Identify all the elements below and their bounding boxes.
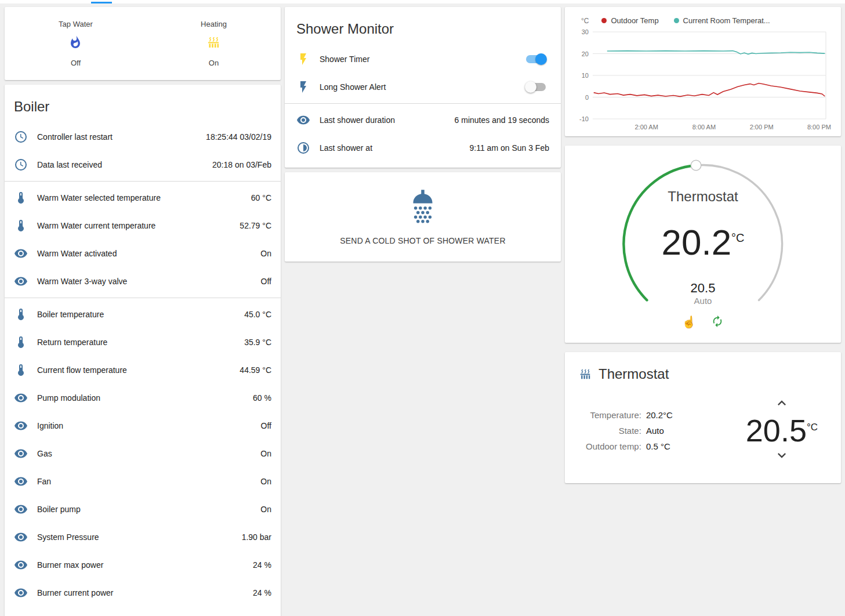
toggle-knob [525, 81, 536, 93]
hand-icon[interactable]: ☝ [682, 315, 697, 330]
last-shower-duration-row[interactable]: Last shower duration 6 minutes and 19 se… [285, 106, 561, 134]
entity-row[interactable]: Burner current power 24 % [5, 579, 281, 607]
entity-value: 24 % [253, 588, 271, 597]
entity-value: On [260, 449, 271, 458]
autorenew-icon[interactable] [711, 315, 724, 330]
thermostat-dial-card: Thermostat 20.2°C 20.5 Auto ☝ [565, 146, 841, 343]
entity-state: On [201, 59, 227, 67]
legend-dot [674, 18, 679, 23]
entity-row[interactable]: Ignition Off [5, 412, 281, 440]
entity-state: Off [59, 59, 93, 67]
entity-label: Warm Water 3-way valve [37, 277, 256, 286]
divider [285, 103, 561, 104]
attr-label: Outdoor temp: [586, 441, 641, 451]
entity-row[interactable]: Boiler pump On [5, 495, 281, 523]
last-shower-at-row[interactable]: Last shower at 9:11 am on Sun 3 Feb [285, 134, 561, 162]
decrease-temperature-button[interactable] [774, 455, 790, 465]
divider [5, 181, 281, 182]
attr-value: 20.2°C [646, 410, 673, 420]
svg-text:20: 20 [582, 50, 589, 57]
entity-row[interactable]: Fan On [5, 468, 281, 495]
entity-row[interactable]: Warm Water selected temperature 60 °C [5, 184, 281, 212]
eye-icon [14, 558, 28, 572]
attribute-label: Last shower at [320, 143, 465, 153]
dial-handle[interactable] [691, 160, 701, 171]
entity-label: Warm Water current temperature [37, 221, 235, 230]
shower-monitor-card: Shower Monitor Shower Timer Long Shower … [285, 7, 561, 168]
svg-text:8:00 PM: 8:00 PM [807, 124, 831, 131]
entity-label: Burner max power [37, 560, 248, 570]
cold-shot-button[interactable]: SEND A COLD SHOT OF SHOWER WATER [285, 172, 561, 262]
chart-legend: Outdoor TempCurrent Room Temperat... [601, 16, 770, 25]
entity-label: Pump modulation [37, 393, 248, 403]
thermometer-icon [14, 219, 28, 233]
thermostat-card-title: Thermostat [599, 366, 669, 382]
entity-row[interactable]: Burner max power 24 % [5, 551, 281, 579]
entity-value: 60 % [253, 393, 271, 403]
entity-value: 35.9 °C [244, 338, 271, 347]
increase-temperature-button[interactable] [774, 403, 790, 413]
eye-icon [14, 447, 28, 461]
entity-label: Fan [37, 477, 256, 486]
entity-row[interactable]: Warm Water activated On [5, 240, 281, 267]
app-header-edge [0, 0, 845, 3]
thermometer-icon [14, 307, 28, 321]
legend-dot [601, 18, 607, 23]
entity-row[interactable]: Return temperature 35.9 °C [5, 328, 281, 356]
eye-icon [14, 586, 28, 600]
glance-item-tap-water[interactable]: Tap Water Off [59, 20, 93, 67]
entity-value: On [260, 477, 271, 486]
entity-row[interactable]: Warm Water current temperature 52.79 °C [5, 212, 281, 240]
entity-row[interactable]: Controller last restart 18:25:44 03/02/1… [5, 123, 281, 151]
fire-icon [59, 35, 93, 52]
entity-row[interactable]: Current flow temperature 44.59 °C [5, 356, 281, 384]
long-shower-alert-toggle[interactable] [526, 83, 546, 91]
entity-row[interactable]: Warm Water 3-way valve Off [5, 267, 281, 295]
boiler-card-title: Boiler [5, 85, 281, 123]
entity-value: On [260, 505, 271, 514]
attr-value: 0.5 °C [646, 441, 673, 451]
svg-text:30: 30 [582, 28, 589, 35]
dial-arc-active [623, 165, 696, 300]
attribute-label: Last shower duration [320, 115, 450, 125]
left-column: Tap Water Off Heating On Boiler Controll… [5, 7, 281, 616]
entity-row[interactable]: Data last received 20:18 on 03/Feb [5, 151, 281, 179]
entity-name: Tap Water [59, 20, 93, 28]
shower-timer-row[interactable]: Shower Timer [285, 45, 561, 73]
entity-label: Boiler pump [37, 505, 256, 514]
eye-icon [296, 113, 310, 127]
long-shower-alert-row[interactable]: Long Shower Alert [285, 73, 561, 101]
eye-icon [14, 247, 28, 260]
entity-value: 1.90 bar [242, 532, 271, 542]
legend-item: Outdoor Temp [601, 16, 658, 25]
eye-icon [14, 274, 28, 288]
svg-text:-10: -10 [579, 115, 589, 122]
svg-text:2:00 PM: 2:00 PM [750, 124, 774, 131]
entity-row[interactable]: Pump modulation 60 % [5, 384, 281, 412]
entity-label: Warm Water activated [37, 249, 256, 258]
entity-row[interactable]: Boiler temperature 45.0 °C [5, 300, 281, 328]
toggle-label: Long Shower Alert [320, 82, 526, 92]
entity-row[interactable]: System Pressure 1.90 bar [5, 523, 281, 551]
entity-value: 60 °C [251, 193, 271, 202]
entity-row[interactable]: Gas On [5, 440, 281, 468]
toggle-label: Shower Timer [320, 55, 526, 64]
unit-label: °C [807, 422, 818, 433]
entity-value: 18:25:44 03/02/19 [206, 132, 271, 142]
eye-icon [14, 502, 28, 516]
entity-label: Return temperature [37, 338, 240, 347]
entity-value: 44.59 °C [240, 365, 271, 375]
right-column: °C Outdoor TempCurrent Room Temperat... … [565, 7, 841, 483]
entity-value: 45.0 °C [244, 310, 271, 319]
history-chart-svg: 3020100-102:00 AM8:00 AM2:00 PM8:00 PM [572, 26, 834, 134]
glance-item-heating[interactable]: Heating On [201, 20, 227, 67]
thermostat-dial-slider[interactable] [612, 154, 793, 335]
history-chart-card: °C Outdoor TempCurrent Room Temperat... … [565, 7, 841, 136]
entity-label: Controller last restart [37, 132, 201, 142]
entity-label: Ignition [37, 421, 256, 430]
entity-label: Boiler temperature [37, 310, 240, 319]
eye-icon [14, 474, 28, 488]
attribute-value: 6 minutes and 19 seconds [455, 115, 549, 125]
shower-timer-toggle[interactable] [526, 55, 546, 63]
cold-shot-label: SEND A COLD SHOT OF SHOWER WATER [294, 236, 552, 245]
